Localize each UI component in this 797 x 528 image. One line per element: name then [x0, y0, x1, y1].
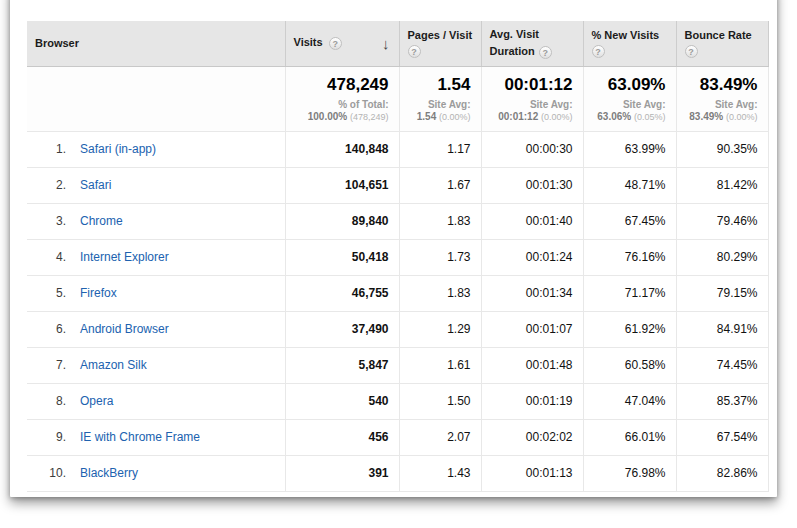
help-icon[interactable]: ? [408, 45, 421, 58]
row-rank: 7. [39, 358, 66, 372]
browser-link[interactable]: Safari [80, 178, 111, 192]
new-visits-cell: 60.58% [583, 347, 676, 383]
new-visits-cell: 76.98% [583, 455, 676, 491]
visits-cell: 540 [285, 383, 399, 419]
browser-link[interactable]: Chrome [80, 214, 123, 228]
row-rank: 3. [39, 214, 66, 228]
total-bounce-delta: (0.00%) [726, 112, 758, 122]
visits-cell: 5,847 [285, 347, 399, 383]
avg-duration-cell: 00:01:13 [481, 455, 583, 491]
browser-cell: 3.Chrome [27, 203, 285, 239]
totals-bounce-cell: 83.49% Site Avg: 83.49% (0.00%) [676, 66, 768, 131]
total-pages-caption: Site Avg: [404, 99, 471, 110]
new-visits-cell: 48.71% [583, 167, 676, 203]
browser-cell: 2.Safari [27, 167, 285, 203]
bounce-rate-cell: 85.37% [676, 383, 768, 419]
report-card: Browser Visits? ↓ Pages / Visit? Avg. Vi… [10, 0, 777, 497]
table-row: 8.Opera 540 1.50 00:01:19 47.04% 85.37% [27, 383, 768, 419]
row-rank: 4. [39, 250, 66, 264]
total-visits-avg: 100.00% [308, 111, 347, 122]
column-label: % New Visits [592, 29, 668, 41]
sort-desc-icon[interactable]: ↓ [382, 35, 390, 52]
new-visits-cell: 61.92% [583, 311, 676, 347]
total-pages-avg: 1.54 [417, 111, 436, 122]
column-label: Visits [294, 36, 323, 48]
total-duration-delta: (0.00%) [541, 112, 573, 122]
column-header-visits[interactable]: Visits? ↓ [285, 21, 399, 66]
total-duration-avg: 00:01:12 [498, 111, 538, 122]
new-visits-cell: 71.17% [583, 275, 676, 311]
help-icon[interactable]: ? [685, 45, 698, 58]
column-header-new-visits[interactable]: % New Visits? [583, 21, 676, 66]
pages-per-visit-cell: 1.29 [399, 311, 481, 347]
pages-per-visit-cell: 1.83 [399, 275, 481, 311]
avg-duration-cell: 00:02:02 [481, 419, 583, 455]
new-visits-cell: 67.45% [583, 203, 676, 239]
bounce-rate-cell: 81.42% [676, 167, 768, 203]
browser-link[interactable]: Amazon Silk [80, 358, 147, 372]
avg-duration-cell: 00:01:07 [481, 311, 583, 347]
visits-cell: 456 [285, 419, 399, 455]
pages-per-visit-cell: 1.17 [399, 131, 481, 167]
help-icon[interactable]: ? [329, 37, 342, 50]
total-duration-caption: Site Avg: [486, 99, 573, 110]
column-label: Bounce Rate [685, 29, 760, 41]
avg-duration-cell: 00:01:24 [481, 239, 583, 275]
table-row: 9.IE with Chrome Frame 456 2.07 00:02:02… [27, 419, 768, 455]
pages-per-visit-cell: 1.50 [399, 383, 481, 419]
row-rank: 2. [39, 178, 66, 192]
browser-usage-table: Browser Visits? ↓ Pages / Visit? Avg. Vi… [27, 21, 769, 492]
browser-cell: 9.IE with Chrome Frame [27, 419, 285, 455]
total-new-visits-delta: (0.05%) [634, 112, 666, 122]
column-header-browser[interactable]: Browser [27, 21, 285, 66]
visits-cell: 37,490 [285, 311, 399, 347]
visits-cell: 140,848 [285, 131, 399, 167]
browser-link[interactable]: Firefox [80, 286, 117, 300]
browser-link[interactable]: Internet Explorer [80, 250, 169, 264]
browser-link[interactable]: Opera [80, 394, 113, 408]
help-icon[interactable]: ? [592, 45, 605, 58]
table-row: 4.Internet Explorer 50,418 1.73 00:01:24… [27, 239, 768, 275]
total-visits-caption: % of Total: [290, 99, 389, 110]
browser-link[interactable]: BlackBerry [80, 466, 138, 480]
row-rank: 9. [39, 430, 66, 444]
row-rank: 1. [39, 142, 66, 156]
bounce-rate-cell: 80.29% [676, 239, 768, 275]
browser-cell: 1.Safari (in-app) [27, 131, 285, 167]
column-label: Browser [35, 37, 79, 49]
pages-per-visit-cell: 1.43 [399, 455, 481, 491]
browser-link[interactable]: IE with Chrome Frame [80, 430, 200, 444]
total-duration-value: 00:01:12 [486, 75, 573, 95]
visits-cell: 46,755 [285, 275, 399, 311]
avg-duration-cell: 00:01:30 [481, 167, 583, 203]
column-header-pages-per-visit[interactable]: Pages / Visit? [399, 21, 481, 66]
visits-cell: 89,840 [285, 203, 399, 239]
browser-cell: 6.Android Browser [27, 311, 285, 347]
new-visits-cell: 76.16% [583, 239, 676, 275]
browser-cell: 8.Opera [27, 383, 285, 419]
avg-duration-cell: 00:01:19 [481, 383, 583, 419]
browser-link[interactable]: Safari (in-app) [80, 142, 156, 156]
avg-duration-cell: 00:01:34 [481, 275, 583, 311]
total-new-visits-avg: 63.06% [597, 111, 631, 122]
totals-pages-cell: 1.54 Site Avg: 1.54 (0.00%) [399, 66, 481, 131]
new-visits-cell: 63.99% [583, 131, 676, 167]
table-row: 1.Safari (in-app) 140,848 1.17 00:00:30 … [27, 131, 768, 167]
visits-cell: 391 [285, 455, 399, 491]
avg-duration-cell: 00:01:48 [481, 347, 583, 383]
bounce-rate-cell: 67.54% [676, 419, 768, 455]
bounce-rate-cell: 79.46% [676, 203, 768, 239]
help-icon[interactable]: ? [539, 46, 552, 59]
totals-row: 478,249 % of Total: 100.00% (478,249) 1.… [27, 66, 768, 131]
column-header-avg-visit-duration[interactable]: Avg. Visit Duration? [481, 21, 583, 66]
row-rank: 10. [39, 466, 66, 480]
totals-duration-cell: 00:01:12 Site Avg: 00:01:12 (0.00%) [481, 66, 583, 131]
pages-per-visit-cell: 2.07 [399, 419, 481, 455]
table-row: 3.Chrome 89,840 1.83 00:01:40 67.45% 79.… [27, 203, 768, 239]
visits-cell: 104,651 [285, 167, 399, 203]
browser-link[interactable]: Android Browser [80, 322, 169, 336]
table-header-row: Browser Visits? ↓ Pages / Visit? Avg. Vi… [27, 21, 768, 66]
total-bounce-value: 83.49% [681, 75, 758, 95]
table-row: 6.Android Browser 37,490 1.29 00:01:07 6… [27, 311, 768, 347]
column-header-bounce-rate[interactable]: Bounce Rate? [676, 21, 768, 66]
